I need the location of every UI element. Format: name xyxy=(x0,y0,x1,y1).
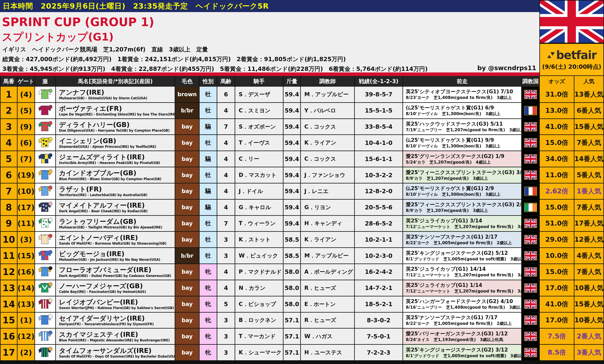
jockey-silks-icon xyxy=(35,151,56,167)
coat-color: b/br xyxy=(175,248,200,264)
popularity: 7番人気 xyxy=(574,200,604,215)
jockey: N．カラン xyxy=(235,280,284,296)
popularity: 7番人気 xyxy=(574,264,604,280)
popularity: 1番人気 xyxy=(574,183,604,199)
coat-color: bay xyxy=(175,232,200,247)
horse-name-cell: アンナフ(IRE) Muhaarar(GB) - Shimah(USA) by … xyxy=(56,87,175,102)
jockey-silks-icon xyxy=(35,328,56,344)
trainer: C．コックス xyxy=(301,119,355,135)
age: 3 xyxy=(217,345,235,360)
col-trainer: 調教師 xyxy=(301,76,355,87)
carried-weight: 57.1 xyxy=(284,345,301,360)
previous-race-detail: 8/22'ヨーク 芝1,005m(good to firm/良) 2歳以上 xyxy=(406,322,512,326)
age: 3 xyxy=(217,232,235,247)
horse-name: スカイマジェスティ(IRE) xyxy=(59,331,138,338)
previous-race-detail: 7/12'ニューマーケット 芝1,207m(good to firm/良) 3歳… xyxy=(406,273,522,277)
jockey-silks-icon xyxy=(35,135,56,151)
previous-race-detail: 7/12'ニューマーケット 芝1,207m(good to firm/良) 3歳… xyxy=(406,225,522,229)
union-jack-flag xyxy=(539,0,604,43)
age: 6 xyxy=(217,87,235,102)
odds: 41.0倍 xyxy=(540,119,574,135)
red-divider xyxy=(0,73,539,76)
coat-color: bay xyxy=(175,264,200,280)
horse-pedigree: Sands Of Mali(FR) - Days Of Summer(IRE) … xyxy=(59,354,175,358)
training-country-flag xyxy=(522,296,540,312)
horse-pedigree: Muhaarar(GB) - Shimah(USA) by Storm Cat(… xyxy=(59,96,147,100)
age: 5 xyxy=(217,296,235,312)
horse-name-cell: イニシェリン(GB) Shamardal(USA) - Ajman Prince… xyxy=(56,135,175,151)
horse-number: 7 xyxy=(0,183,17,199)
prize-money-line1: 総賞金：427,000ポンド(約8,492万円) 1着賞金：242,151ポンド… xyxy=(2,55,346,63)
gate-number: (4) xyxy=(17,87,35,102)
credit-handle: by @swcndrps11 xyxy=(478,64,536,72)
age: 3 xyxy=(217,248,235,264)
jockey: P．マクドナルド xyxy=(235,264,284,280)
odds: 17.0倍 xyxy=(540,280,574,296)
previous-race-cell: 英25'キングジョージステークス(G2) 3/12 8/1'グッドウッド 芝1,… xyxy=(403,345,522,360)
trainer: R．ヒューズ xyxy=(301,313,355,328)
horse-name-cell: スカイマジェスティ(IRE) Blue Point(IRE) - Majesti… xyxy=(56,328,175,344)
career-record: 10-2-1-1 xyxy=(355,232,403,247)
carried-weight: 58.5 xyxy=(284,248,301,264)
jockey: T．イーヴス xyxy=(235,135,284,151)
horse-pedigree: Blue Point(IRE) - Majestic Alexander(IRE… xyxy=(59,338,170,342)
jockey-silks-icon xyxy=(35,167,56,183)
previous-race-detail: 7/19'ニューブリー 芝1,207m(good to firm/良) 3歳以上 xyxy=(406,128,522,132)
horse-number: 10 xyxy=(0,232,17,247)
jockey-silks-icon xyxy=(35,313,56,328)
horse-name: ラントゥフリーダム(GB) xyxy=(59,218,136,225)
horse-name: ジェームズディライト(IRE) xyxy=(59,153,145,161)
career-record: 18-5-2-1 xyxy=(355,296,403,312)
horse-pedigree: Saxon Warrior(JPN) - Rabiosa Fiore(GB) b… xyxy=(59,306,174,310)
age: 4 xyxy=(217,264,235,280)
sex: 牡 xyxy=(200,135,217,151)
previous-race-detail: 8/1'グッドウッド 芝1,005m(good to soft/稍重) 3歳以上 xyxy=(406,257,522,261)
coat-color: bay xyxy=(175,296,200,312)
jockey: J．ドイル xyxy=(235,183,284,199)
trainer: H．キャンディ xyxy=(301,216,355,231)
gate-number: (5) xyxy=(17,103,35,118)
previous-race-name: 英25'キングジョージステークス(G2) 5/12 xyxy=(406,251,508,255)
prize-money-line2: 3着賞金：45,945ポンド(約913万円) 4着賞金：22,887ポンド(約4… xyxy=(2,65,428,73)
trainer: R．ヒューズ xyxy=(301,280,355,296)
horse-pedigree: Dark Angel(IRE) - Dubai Power(GB) by Cad… xyxy=(59,274,171,278)
table-row: 17 (2) タイムフォーサンダルズ(IRE) Sands Of Mali(FR… xyxy=(0,345,604,361)
horse-pedigree: Muhaarar(GB) - Twilight Mistress(GB) by … xyxy=(59,225,162,229)
horse-pedigree: Sands Of Mali(FR) - Burmese Waltz(GB) by… xyxy=(59,241,166,245)
table-row: 16 (12) スカイマジェスティ(IRE) Blue Point(IRE) -… xyxy=(0,328,604,345)
popularity: 15番人気 xyxy=(574,119,604,135)
col-weight: 斤量 xyxy=(284,76,301,87)
previous-race-detail: 8/9'カラ 芝1,207m(good/良) 3歳以上 xyxy=(406,209,488,213)
carried-weight: 58.0 xyxy=(284,296,301,312)
coat-color: brown xyxy=(175,87,200,102)
jockey-silks-icon xyxy=(35,264,56,280)
col-age: 馬齢 xyxy=(217,76,235,87)
table-row: 15 (1) セイアイダーダリヤン(IRE) Dariyan(FR) - Ten… xyxy=(0,313,604,329)
trainer: K．ライアン xyxy=(301,232,355,247)
jockey-silks-icon xyxy=(35,216,56,231)
previous-race-detail: 8/1'グッドウッド 芝1,005m(good to soft/稍重) 3歳以上 xyxy=(406,354,522,358)
horse-name: レイジオブバンビー(IRE) xyxy=(59,298,138,306)
col-odds: オッズ xyxy=(540,76,574,87)
previous-race-name: 英25'ジュライカップ(G1) 14/14 xyxy=(406,266,486,272)
carried-weight: 58.0 xyxy=(284,280,301,296)
horse-name: ボーヴァティエ(FR) xyxy=(59,105,122,112)
previous-race-name: 愛25'フィーニクススプリントステークス(G3) 2/12 xyxy=(406,202,522,207)
training-country-flag xyxy=(522,167,540,183)
gate-number: (17) xyxy=(17,200,35,215)
jockey: S．オズボーン xyxy=(235,119,284,135)
previous-race-cell: 仏25'モーリスドゥゲスト賞(G1) 6/9 8/10'ドーヴィル 芝1,300… xyxy=(403,103,522,118)
career-record: 12-8-2-0 xyxy=(355,183,403,199)
jockey-silks-icon xyxy=(35,345,56,360)
jockey-silks-icon xyxy=(35,183,56,199)
trainer: M．アップルビー xyxy=(301,248,355,264)
career-record: 39-8-5-7 xyxy=(355,87,403,102)
table-row: 2 (5) ボーヴァティエ(FR) Lope De Vega(IRE) - En… xyxy=(0,103,604,119)
horse-name: ディライトハリー(GB) xyxy=(59,121,129,128)
previous-race-cell: 愛25'グリーンランズステークス(G2) 1/9 5/24'カラ 芝1,207m… xyxy=(403,151,522,167)
age: 3 xyxy=(217,313,235,328)
carried-weight: 59.4 xyxy=(284,151,301,167)
race-card: 日本時間 2025年9月6日(土曜日) 23:35発走予定 ヘイドックパーク5R… xyxy=(0,0,604,364)
carried-weight: 59.4 xyxy=(284,216,301,231)
odds: 13.0倍 xyxy=(540,103,574,118)
